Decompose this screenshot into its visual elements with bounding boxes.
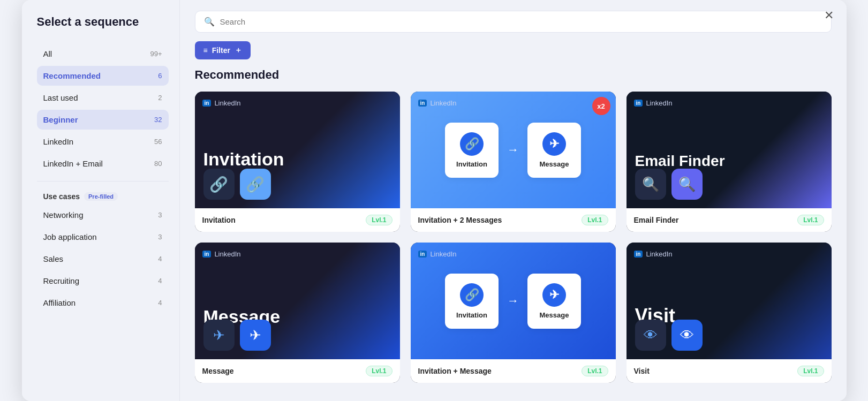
sidebar-item-networking[interactable]: Networking 3	[37, 205, 169, 225]
sidebar-divider	[37, 181, 169, 181]
card-inv2msg-image: in LinkedIn x2 🔗 Invitation → ✈	[411, 92, 616, 208]
message-icon-blue: ✈	[240, 320, 271, 351]
card-message-footer: Message Lvl.1	[195, 359, 400, 383]
mini-card-invitation-icon-2: 🔗	[460, 283, 484, 307]
linkedin-in-icon: in	[202, 100, 212, 107]
mini-card-invitation-icon: 🔗	[460, 132, 484, 156]
sidebar-item-beginner[interactable]: Beginner 32	[37, 110, 169, 130]
filter-label: Filter	[212, 46, 230, 55]
linkedin-in-icon-6: in	[634, 251, 643, 258]
card-invitation-2-messages[interactable]: in LinkedIn x2 🔗 Invitation → ✈	[411, 92, 616, 232]
linkedin-label-inv2msg: in LinkedIn	[418, 99, 457, 107]
linkedin-in-icon-3: in	[634, 100, 643, 107]
mini-card-message-icon: ✈	[542, 132, 566, 156]
recommended-section-title: Recommended	[195, 68, 832, 82]
sidebar-item-all[interactable]: All 99+	[37, 44, 169, 64]
sidebar-item-linkedin-email[interactable]: LinkedIn + Email 80	[37, 154, 169, 173]
cards-grid: in LinkedIn Invitation 🔗 🔗 Invitation Lv…	[195, 92, 832, 383]
sidebar-item-beginner-count: 32	[154, 116, 162, 124]
link-icon-blue: 🔗	[240, 169, 271, 200]
sidebar-item-sales-count: 4	[158, 255, 162, 263]
sidebar-item-linkedin-label: LinkedIn	[43, 137, 74, 146]
card-emailfinder-image: in LinkedIn Email Finder 🔍 🔍	[627, 92, 832, 208]
card-invitation[interactable]: in LinkedIn Invitation 🔗 🔗 Invitation Lv…	[195, 92, 400, 232]
linkedin-in-icon-4: in	[202, 251, 212, 258]
sidebar-item-all-count: 99+	[150, 50, 162, 58]
visit-icon-dark: 👁	[635, 320, 666, 351]
filter-plus-icon: ＋	[235, 46, 242, 55]
search-bar: 🔍	[195, 11, 832, 33]
linkedin-in-icon-5: in	[418, 251, 427, 258]
link-icon-dark: 🔗	[203, 169, 235, 200]
search-icon-purple: 🔍	[671, 169, 703, 200]
main-content: 🔍 ≡ Filter ＋ Recommended in LinkedIn	[180, 0, 847, 401]
emailfinder-icons: 🔍 🔍	[635, 169, 703, 200]
card-message-footer-label: Message	[202, 367, 234, 375]
sidebar-item-last-used-count: 2	[158, 94, 162, 102]
sidebar-item-affiliation-label: Affiliation	[43, 298, 76, 307]
card-emailfinder-footer-label: Email Finder	[634, 216, 679, 224]
inv2msg-cards: 🔗 Invitation → ✈ Message	[445, 123, 581, 178]
search-icon: 🔍	[204, 17, 215, 27]
modal-title: Select a sequence	[37, 15, 169, 29]
card-inv2msg-footer-label: Invitation + 2 Messages	[418, 216, 502, 224]
card-message-level: Lvl.1	[366, 366, 392, 376]
sidebar-item-last-used[interactable]: Last used 2	[37, 88, 169, 108]
sidebar-item-linkedin[interactable]: LinkedIn 56	[37, 132, 169, 152]
sidebar-item-affiliation-count: 4	[158, 299, 162, 307]
sidebar-item-sales[interactable]: Sales 4	[37, 249, 169, 269]
linkedin-label-invitation: in LinkedIn	[202, 99, 241, 107]
card-visit-footer-label: Visit	[634, 367, 650, 375]
arrow-connector-2: →	[507, 294, 519, 308]
card-email-finder[interactable]: in LinkedIn Email Finder 🔍 🔍 Email Finde…	[627, 92, 832, 232]
sidebar-item-job-application-label: Job application	[43, 232, 97, 241]
card-invmsg-footer: Invitation + Message Lvl.1	[411, 359, 616, 383]
card-invmsg-footer-label: Invitation + Message	[418, 367, 492, 375]
sidebar-item-networking-label: Networking	[43, 210, 84, 220]
mini-card-invitation-2: 🔗 Invitation	[445, 274, 499, 329]
sidebar-item-recommended[interactable]: Recommended 6	[37, 66, 169, 86]
sidebar-item-beginner-label: Beginner	[43, 115, 78, 124]
filter-icon: ≡	[203, 46, 208, 55]
use-cases-label: Use cases	[43, 192, 80, 201]
mini-card-message-label: Message	[540, 160, 569, 168]
card-invitation-level: Lvl.1	[366, 215, 392, 225]
card-visit-image: in LinkedIn Visit 👁 👁	[627, 243, 832, 359]
sidebar-item-linkedin-email-label: LinkedIn + Email	[43, 159, 103, 168]
sidebar-item-recommended-count: 6	[158, 72, 162, 80]
arrow-connector: →	[507, 143, 519, 157]
select-sequence-modal: ✕ Select a sequence All 99+ Recommended …	[22, 0, 847, 401]
sidebar-item-recruiting[interactable]: Recruiting 4	[37, 271, 169, 291]
search-input[interactable]	[220, 17, 822, 26]
card-visit[interactable]: in LinkedIn Visit 👁 👁 Visit Lvl.1	[627, 243, 832, 383]
linkedin-label-message: in LinkedIn	[202, 250, 241, 258]
card-inv2msg-footer: Invitation + 2 Messages Lvl.1	[411, 208, 616, 232]
prefilled-badge: Pre-filled	[84, 192, 118, 201]
sidebar-item-recommended-label: Recommended	[43, 71, 101, 80]
sidebar-item-networking-count: 3	[158, 211, 162, 219]
card-visit-level: Lvl.1	[797, 366, 824, 376]
card-emailfinder-footer: Email Finder Lvl.1	[627, 208, 832, 232]
mini-card-invitation-label: Invitation	[456, 160, 487, 168]
mini-card-invitation: 🔗 Invitation	[445, 123, 499, 178]
message-icon-dark: ✈	[203, 320, 235, 351]
sidebar-item-affiliation[interactable]: Affiliation 4	[37, 293, 169, 313]
close-button[interactable]: ✕	[824, 10, 834, 21]
card-invitation-message[interactable]: in LinkedIn 🔗 Invitation → ✈ Message	[411, 243, 616, 383]
card-invmsg-image: in LinkedIn 🔗 Invitation → ✈ Message	[411, 243, 616, 359]
mini-card-message-icon-2: ✈	[542, 283, 566, 307]
linkedin-in-icon-2: in	[418, 100, 427, 107]
sidebar-item-all-label: All	[43, 49, 52, 58]
sidebar-item-job-application[interactable]: Job application 3	[37, 227, 169, 247]
search-icon-dark: 🔍	[635, 169, 666, 200]
filter-button[interactable]: ≡ Filter ＋	[195, 41, 251, 59]
use-cases-header: Use cases Pre-filled	[43, 192, 169, 201]
invitation-icons: 🔗 🔗	[203, 169, 271, 200]
sidebar-item-linkedin-count: 56	[154, 138, 162, 146]
sidebar-item-last-used-label: Last used	[43, 93, 78, 102]
card-invmsg-level: Lvl.1	[582, 366, 608, 376]
sidebar-item-recruiting-label: Recruiting	[43, 276, 80, 285]
card-message[interactable]: in LinkedIn Message ✈ ✈ Message Lvl.1	[195, 243, 400, 383]
emailfinder-card-title: Email Finder	[635, 153, 725, 170]
card-visit-footer: Visit Lvl.1	[627, 359, 832, 383]
